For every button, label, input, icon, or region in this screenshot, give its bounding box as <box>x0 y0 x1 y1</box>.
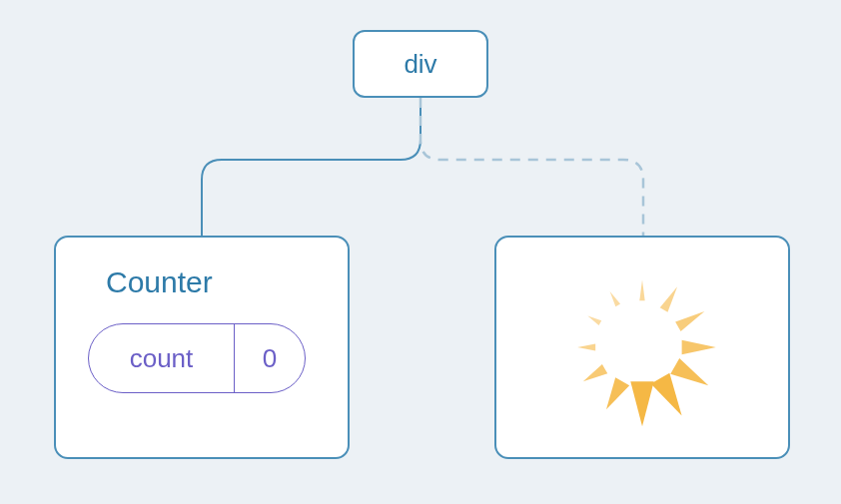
svg-marker-0 <box>639 280 644 301</box>
svg-marker-3 <box>682 340 716 354</box>
svg-marker-4 <box>670 358 713 393</box>
svg-marker-1 <box>660 284 681 312</box>
counter-card: Counter count 0 <box>54 236 350 459</box>
svg-marker-6 <box>630 381 653 426</box>
count-pill-value: 0 <box>235 324 305 392</box>
svg-marker-5 <box>651 373 691 421</box>
svg-marker-2 <box>675 306 707 331</box>
root-node-div: div <box>353 30 488 98</box>
counter-title: Counter <box>106 265 316 299</box>
svg-marker-10 <box>586 313 601 325</box>
svg-marker-9 <box>577 343 595 350</box>
svg-marker-7 <box>599 377 629 413</box>
loading-card <box>494 236 790 459</box>
count-pill-label: count <box>89 324 235 392</box>
root-node-label: div <box>404 49 436 80</box>
loading-spinner-icon <box>552 257 732 437</box>
svg-marker-11 <box>607 290 620 307</box>
count-pill: count 0 <box>88 323 306 393</box>
svg-marker-8 <box>580 364 607 386</box>
